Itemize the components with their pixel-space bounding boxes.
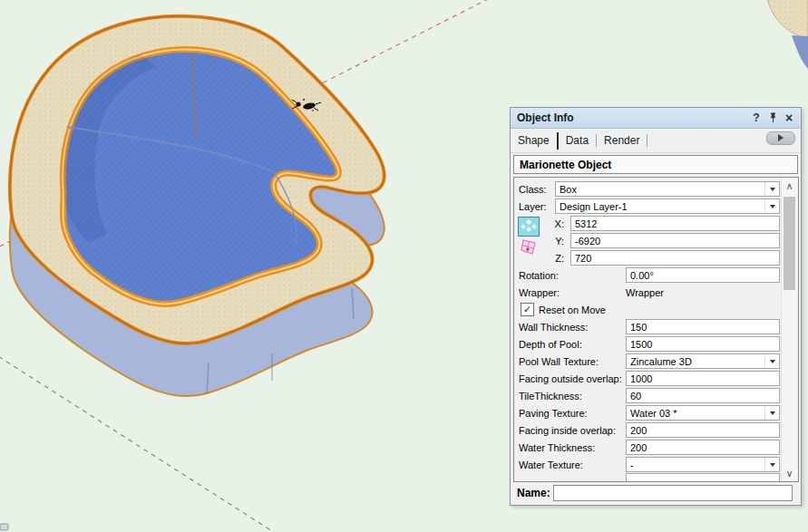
pin-icon[interactable] [764,111,781,125]
tab-separator [647,134,647,147]
layer-label: Layer: [519,201,555,212]
y-row: Y: -6920 [542,232,782,249]
param-value: Water 03 * [627,408,764,419]
tab-data[interactable]: Data [559,131,596,150]
chevron-down-icon [764,458,779,471]
param-value: Zincalume 3D [627,356,764,367]
reset-on-move-row: ✓ Reset on Move [515,301,782,318]
class-combo[interactable]: Box [555,181,780,197]
paving-texture-combo[interactable]: Water 03 * [626,405,780,421]
layer-row: Layer: Design Layer-1 [515,198,782,215]
help-icon[interactable]: ? [748,111,764,125]
layer-value: Design Layer-1 [556,201,764,212]
z-field[interactable]: 720 [570,250,780,266]
panel-titlebar[interactable]: Object Info ? × [511,108,801,129]
scroll-down-icon[interactable]: ∨ [782,466,797,480]
object-info-panel: Object Info ? × Shape Data Render Marion… [510,107,802,506]
param-row: Pool Wall Texture: Zincalume 3D [515,353,782,370]
param-value: 150 [627,322,779,333]
close-icon[interactable]: × [781,111,797,125]
param-value: 1000 [627,373,779,384]
facing-outside-overlap-field[interactable]: 1000 [626,371,780,386]
chevron-down-icon [764,199,779,213]
tab-render[interactable]: Render [597,131,647,150]
clipped-corner-artifact [0,524,8,530]
param-label: Pool Wall Texture: [519,356,626,367]
x-field[interactable]: 5312 [570,216,780,231]
object-type-header: Marionette Object [513,155,798,174]
param-row: TileThickness: 60 [515,387,782,404]
param-label: Paving Texture: [519,408,626,419]
param-row: Water Texture: - [515,456,782,473]
param-row: Depth of Pool: 1500 [515,335,782,353]
class-row: Class: Box [515,180,782,198]
rotation-label: Rotation: [519,270,626,281]
param-row: Paving Texture: Water 03 * [515,404,782,421]
z-value: 720 [571,253,779,264]
x-label: X: [542,218,564,229]
clipped-param-row [515,473,782,482]
layer-combo[interactable]: Design Layer-1 [555,198,780,214]
param-label: Facing inside overlap: [519,425,626,436]
class-label: Class: [519,184,555,195]
name-label: Name: [511,487,553,499]
param-row: Water Thickness: 200 [515,439,782,456]
param-label: Water Texture: [519,459,626,470]
wrapper-label: Wrapper: [519,287,626,298]
water-thickness-field[interactable]: 200 [626,440,780,455]
nine-point-anchor-icon[interactable] [518,217,540,237]
wrapper-row: Wrapper: Wrapper [515,284,782,301]
name-row: Name: [511,484,801,502]
parameters-box: Class: Box Layer: Design Layer-1 [513,177,799,482]
x-row: X: 5312 [542,215,782,232]
y-field[interactable]: -6920 [570,233,780,248]
pool-wall-texture-combo[interactable]: Zincalume 3D [626,353,780,369]
tab-overflow-button[interactable] [766,131,795,145]
position-block: X: 5312 Y: -6920 Z: 720 [515,215,782,266]
param-label: Water Thickness: [519,442,626,453]
param-label: TileThickness: [519,391,626,401]
y-value: -6920 [571,236,779,247]
tile-thickness-field[interactable]: 60 [626,388,780,403]
rotation-row: Rotation: 0.00° [515,266,782,284]
tab-shape[interactable]: Shape [511,131,557,150]
chevron-down-icon [764,406,779,420]
chevron-down-icon [764,182,779,196]
param-label: Wall Thickness: [519,322,626,333]
param-value: 1500 [627,339,779,350]
chevron-down-icon [764,354,779,368]
param-value: 60 [627,391,779,401]
facing-inside-overlap-field[interactable]: 200 [626,422,780,438]
parameters-scrollbar[interactable]: ∧ ∨ [781,179,797,480]
class-value: Box [556,184,764,195]
param-row: Facing inside overlap: 200 [515,421,782,439]
y-label: Y: [542,236,564,247]
wrapper-value: Wrapper [626,287,664,298]
right-arrow-icon [778,134,784,141]
name-input[interactable] [553,485,793,501]
z-row: Z: 720 [542,249,782,266]
water-texture-combo[interactable]: - [626,457,780,472]
reset-on-move-label: Reset on Move [539,305,606,315]
param-row: Wall Thickness: 150 [515,318,782,335]
scrollbar-thumb[interactable] [784,197,795,290]
param-value: 200 [627,442,779,453]
panel-tabs: Shape Data Render [511,129,801,153]
scroll-up-icon[interactable]: ∧ [782,179,797,193]
param-row: Facing outside overlap: 1000 [515,370,782,387]
wall-thickness-field[interactable]: 150 [626,319,780,334]
panel-title: Object Info [511,111,748,124]
rotation-field[interactable]: 0.00° [626,267,780,283]
param-label: Depth of Pool: [519,339,626,350]
rotation-value: 0.00° [627,270,779,281]
z-label: Z: [542,253,564,264]
reset-on-move-checkbox[interactable]: ✓ [521,303,534,316]
param-value: 200 [627,425,779,436]
x-value: 5312 [571,218,779,229]
param-label: Facing outside overlap: [519,373,626,384]
perspective-grid-icon[interactable] [520,238,538,258]
depth-of-pool-field[interactable]: 1500 [626,336,780,352]
param-value: - [627,459,764,470]
